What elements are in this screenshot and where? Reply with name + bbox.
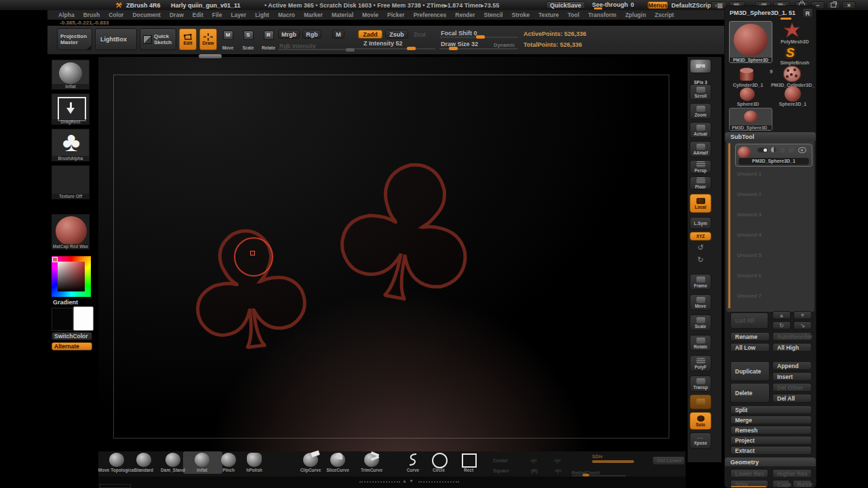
quick-sketch-button[interactable]: Quick Sketch	[140, 28, 176, 50]
draw-size-handle[interactable]	[449, 47, 458, 50]
menu-tool[interactable]: Tool	[568, 12, 579, 18]
spin-right-icon[interactable]: ↻	[695, 256, 706, 266]
lower-res-button[interactable]: Lower Res	[730, 469, 768, 478]
current-texture-thumbnail[interactable]: Texture Off	[52, 165, 90, 199]
autoreorder-button[interactable]: AutoReorder	[772, 332, 812, 341]
ghost-button[interactable]	[690, 394, 711, 409]
strip-move-button[interactable]: Move	[690, 294, 711, 310]
brush-move-topological-icon[interactable]	[109, 453, 124, 467]
brush-move-topological-label[interactable]: Move Topological	[96, 468, 137, 472]
dynamic-toggle[interactable]: Dynamic	[494, 42, 515, 48]
saturation-square[interactable]	[58, 262, 85, 291]
rename-button[interactable]: Rename	[730, 332, 770, 341]
brush-standard-icon[interactable]	[136, 453, 151, 467]
sphere3d-icon[interactable]	[740, 87, 755, 101]
list-all-button[interactable]: List All	[730, 312, 768, 329]
draw-button[interactable]: Draw	[199, 28, 217, 50]
subtool-insert-down-button[interactable]: ↘	[793, 321, 812, 329]
sphere3d-1-icon[interactable]	[785, 86, 801, 102]
scroll-button[interactable]: Scroll	[690, 84, 711, 100]
brush-clipcurve-icon[interactable]	[303, 453, 318, 467]
insert-button[interactable]: Insert	[772, 372, 812, 381]
subtool-header[interactable]: SubTool	[725, 132, 816, 141]
snap-toggle-1[interactable]: >|<	[530, 458, 537, 463]
zadd-button[interactable]: Zadd	[358, 30, 382, 39]
local-transform-button[interactable]: Local	[690, 194, 711, 213]
stroke-circle-icon[interactable]	[432, 453, 448, 468]
spin-left-icon[interactable]: ↺	[695, 243, 706, 254]
all-low-button[interactable]: All Low	[730, 343, 770, 352]
subtool-scroll-bar[interactable]	[728, 143, 730, 308]
subtool-slot-5[interactable]: Unused 5	[737, 252, 762, 258]
subtool-duplicate-down-button[interactable]: ↻	[772, 321, 791, 329]
subtool-slot-4[interactable]: Unused 4	[737, 232, 762, 238]
mrgb-button[interactable]: Mrgb	[278, 30, 300, 39]
local-symmetry-button[interactable]: L.Sym	[690, 217, 711, 229]
frame-button[interactable]: Frame	[690, 274, 711, 290]
brush-pinch-icon[interactable]	[221, 453, 236, 467]
aahalf-button[interactable]: AAHalf	[690, 141, 711, 157]
restr-button[interactable]: ReStr	[793, 480, 812, 488]
simplebrush-icon[interactable]: S	[786, 45, 800, 59]
tray-divider-handle-top[interactable]	[199, 54, 222, 58]
move-button[interactable]: M Move	[220, 30, 236, 52]
document-canvas[interactable]: ♣ ♣	[98, 57, 686, 451]
subtool-slot-3[interactable]: Unused 3	[737, 211, 762, 218]
tray-divider-down-icon[interactable]: ▼	[409, 479, 414, 483]
subtool-slot-2[interactable]: Unused 2	[737, 191, 762, 197]
bottom-del-lower-button[interactable]: Del Lower	[652, 456, 685, 465]
menu-material[interactable]: Material	[332, 12, 353, 18]
brush-clipcurve-label[interactable]: ClipCurve	[300, 468, 321, 472]
close-icon[interactable]: ×	[842, 1, 856, 9]
pm3d-cylinder-icon[interactable]	[783, 66, 801, 82]
lightbox-button[interactable]: LightBox	[95, 28, 137, 50]
brush-slicecurve-label[interactable]: SliceCurve	[326, 468, 349, 472]
brush-slicecurve-icon[interactable]	[330, 453, 345, 467]
restore-icon[interactable]	[827, 1, 840, 9]
stroke-curve-icon[interactable]	[406, 453, 420, 467]
gradient-toggle[interactable]: Gradient	[53, 299, 78, 306]
draw-size-slider-label[interactable]: Draw Size 32	[441, 41, 478, 47]
pen-toggle-icon[interactable]	[788, 148, 795, 152]
polymesh3d-star-icon[interactable]	[783, 22, 801, 39]
cage-button[interactable]: Cage	[772, 480, 790, 488]
polyframe-button[interactable]: PolyF	[690, 355, 711, 371]
focal-shift-handle[interactable]	[476, 35, 485, 39]
menu-movie[interactable]: Movie	[362, 12, 378, 18]
duplicate-button[interactable]: Duplicate	[730, 361, 770, 381]
del-all-button[interactable]: Del All	[772, 394, 812, 403]
snap-toggle-3[interactable]: >|<	[555, 468, 561, 473]
remesh-button[interactable]: Remesh	[730, 426, 812, 434]
menu-texture[interactable]: Texture	[538, 12, 559, 18]
menu-stencil[interactable]: Stencil	[484, 12, 503, 18]
menu-stroke[interactable]: Stroke	[511, 12, 529, 18]
tool-thumb-selected[interactable]: PM3D_Sphere3D	[729, 21, 772, 63]
z-intensity-slider-label[interactable]: Z Intensity 52	[363, 40, 403, 47]
snap-toggle-2[interactable]: >|<	[554, 458, 561, 463]
center-toggle[interactable]: Center	[493, 458, 508, 463]
menu-edit[interactable]: Edit	[193, 12, 203, 18]
alternate-button[interactable]: Alternate	[52, 342, 92, 350]
transparency-button[interactable]: Transp	[690, 375, 711, 392]
menu-preferences[interactable]: Preferences	[414, 12, 447, 18]
subtool-slot-7[interactable]: Unused 7	[737, 293, 762, 299]
default-zscript-button[interactable]: DefaultZScript	[671, 2, 713, 9]
focal-shift-slider-label[interactable]: Focal Shift 0	[441, 30, 477, 37]
tool-thumb-recent[interactable]: PM3D_Sphere3D_	[729, 108, 772, 131]
rotate-button[interactable]: R Rotate	[260, 30, 277, 52]
brush-pinch-label[interactable]: Pinch	[222, 468, 235, 472]
subtool-slot-1[interactable]: Unused 1	[737, 171, 762, 177]
menu-brush[interactable]: Brush	[83, 12, 100, 18]
stroke-rect-label[interactable]: Rect	[464, 468, 473, 472]
menu-color[interactable]: Color	[108, 12, 123, 18]
menu-macro[interactable]: Macro	[278, 12, 295, 18]
strip-rotate-button[interactable]: Rotate	[690, 335, 711, 351]
brush-dam-stand-label[interactable]: Dam_Stand	[161, 468, 185, 472]
square-toggle[interactable]: Square	[493, 468, 509, 473]
stroke-rect-icon[interactable]	[462, 453, 477, 468]
current-material-thumbnail[interactable]: MatCap Red Wax	[52, 214, 90, 249]
menu-render[interactable]: Render	[455, 12, 475, 18]
stroke-curve-label[interactable]: Curve	[407, 468, 419, 472]
menu-marker[interactable]: Marker	[304, 12, 323, 18]
subtool-slot-6[interactable]: Unused 6	[737, 272, 762, 279]
